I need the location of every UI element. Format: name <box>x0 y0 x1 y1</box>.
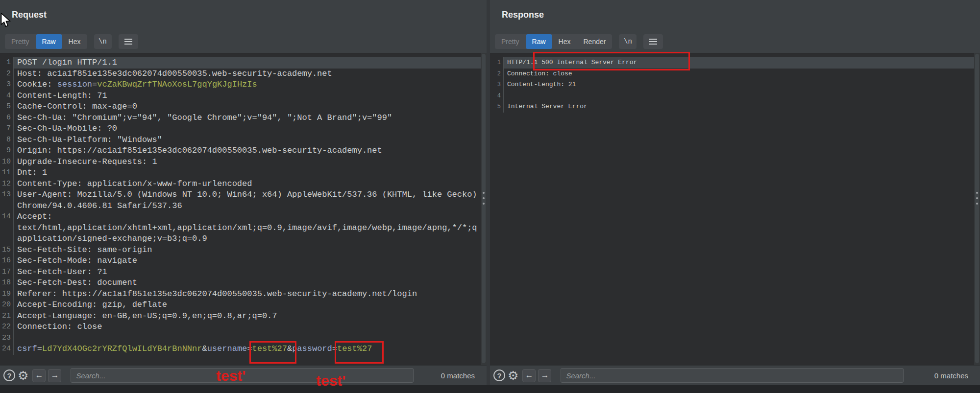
burp-repeater-view: Request PrettyRawHex \n 1POST /login HTT… <box>0 0 980 393</box>
line-number: 9 <box>0 145 13 157</box>
code-line: 8Sec-Ch-Ua-Platform: "Windows" <box>0 135 487 146</box>
code-line: 4 <box>490 91 980 102</box>
annotation-box-500-error <box>533 52 690 70</box>
tab-render[interactable]: Render <box>577 34 612 49</box>
code-line: 13User-Agent: Mozilla/5.0 (Windows NT 10… <box>0 189 487 201</box>
request-view-tabs: PrettyRawHex <box>5 34 87 49</box>
mouse-cursor-icon <box>0 13 11 28</box>
line-number: 16 <box>0 255 13 267</box>
annotation-box-password-payload <box>335 341 384 364</box>
code-line: 22Connection: close <box>0 322 487 333</box>
line-number: 15 <box>0 245 13 256</box>
line-number: 2 <box>0 69 13 80</box>
line-number: 3 <box>0 79 13 91</box>
tab-pretty[interactable]: Pretty <box>5 34 36 49</box>
code-line: Chrome/94.0.4606.81 Safari/537.36 <box>0 201 487 212</box>
request-panel-title: Request <box>12 10 47 20</box>
prev-match-button[interactable]: ← <box>522 369 536 382</box>
code-line: 19Referer: https://ac1a1f851e135e3dc0620… <box>0 289 487 300</box>
line-number: 3 <box>490 79 503 91</box>
code-line: 5Cache-Control: max-age=0 <box>0 101 487 113</box>
window-bottom-strip <box>0 385 980 393</box>
code-line: 16Sec-Fetch-Mode: navigate <box>0 255 487 267</box>
line-number: 18 <box>0 277 13 289</box>
code-line: 15Sec-Fetch-Site: same-origin <box>0 245 487 256</box>
tab-pretty[interactable]: Pretty <box>495 34 526 49</box>
request-menu-button[interactable] <box>119 34 138 49</box>
tab-hex[interactable]: Hex <box>62 34 87 49</box>
line-number: 7 <box>0 123 13 135</box>
tab-hex[interactable]: Hex <box>552 34 577 49</box>
response-menu-button[interactable] <box>643 34 663 49</box>
line-number: 4 <box>490 91 503 102</box>
code-line: 23 <box>0 333 487 344</box>
line-number: 2 <box>490 69 503 80</box>
gear-icon[interactable]: ⚙ <box>18 370 28 382</box>
line-number: 8 <box>0 135 13 146</box>
response-scrollbar[interactable] <box>974 53 980 365</box>
response-view-tabs: PrettyRawHexRender <box>495 34 612 49</box>
response-tabbar: PrettyRawHexRender \n <box>495 34 663 49</box>
request-match-count: 0 matches <box>441 371 475 380</box>
line-number: 6 <box>0 113 13 124</box>
response-search-input[interactable] <box>561 368 904 383</box>
code-line: 24csrf=Ld7YdX4OGc2rYRZfQlwILdYB4rBnNNnr&… <box>0 344 487 355</box>
code-line: 2Host: ac1a1f851e135e3dc062074d00550035.… <box>0 69 487 80</box>
gear-icon[interactable]: ⚙ <box>508 370 518 382</box>
code-line: 11Dnt: 1 <box>0 167 487 179</box>
code-line: 21Accept-Language: en-GB,en-US;q=0.9,en;… <box>0 311 487 322</box>
line-number: 5 <box>0 101 13 113</box>
code-line: 12Content-Type: application/x-www-form-u… <box>0 179 487 190</box>
code-line: 7Sec-Ch-Ua-Mobile: ?0 <box>0 123 487 135</box>
response-editor[interactable]: 1HTTP/1.1 500 Internal Server Error2Conn… <box>490 53 980 365</box>
code-line: 3Cookie: session=vcZaKBwqZrfTNAoXosL7gqY… <box>0 79 487 91</box>
line-number: 13 <box>0 189 13 201</box>
code-line: 4Content-Length: 71 <box>0 91 487 102</box>
line-number: 23 <box>0 333 13 344</box>
scrollbar-thumb[interactable] <box>975 54 979 363</box>
code-line: 17Sec-Fetch-User: ?1 <box>0 267 487 278</box>
code-line: 1POST /login HTTP/1.1 <box>0 57 487 69</box>
request-scrollbar[interactable] <box>481 53 487 365</box>
line-number: 12 <box>0 179 13 190</box>
annotation-label-test1: test' <box>216 369 245 383</box>
line-number: 5 <box>490 101 503 113</box>
tab-raw[interactable]: Raw <box>526 34 552 49</box>
line-number <box>0 233 13 245</box>
menu-icon <box>124 39 132 40</box>
line-number: 11 <box>0 167 13 179</box>
next-match-button[interactable]: → <box>538 369 551 382</box>
help-icon[interactable]: ? <box>3 370 15 381</box>
response-searchbar: ? ⚙ ← → 0 matches <box>490 365 980 385</box>
line-number: 20 <box>0 300 13 311</box>
code-line: 6Sec-Ch-Ua: "Chromium";v="94", "Google C… <box>0 113 487 124</box>
line-number: 22 <box>0 322 13 333</box>
response-newline-button[interactable]: \n <box>619 34 637 49</box>
next-match-button[interactable]: → <box>48 369 61 382</box>
prev-match-button[interactable]: ← <box>32 369 46 382</box>
annotation-box-username-payload <box>249 341 296 364</box>
line-number: 21 <box>0 311 13 322</box>
request-editor[interactable]: 1POST /login HTTP/1.12Host: ac1a1f851e13… <box>0 53 487 365</box>
help-icon[interactable]: ? <box>493 370 505 381</box>
code-line: text/html,application/xhtml+xml,applicat… <box>0 223 487 234</box>
line-number: 17 <box>0 267 13 278</box>
line-number: 1 <box>490 57 503 69</box>
request-tabbar: PrettyRawHex \n <box>5 34 138 49</box>
line-number <box>0 223 13 234</box>
code-line: 3Content-Length: 21 <box>490 79 980 91</box>
line-number: 24 <box>0 344 13 355</box>
scrollbar-thumb[interactable] <box>482 54 486 363</box>
line-number: 10 <box>0 157 13 168</box>
code-line: 18Sec-Fetch-Dest: document <box>0 277 487 289</box>
code-line: 20Accept-Encoding: gzip, deflate <box>0 300 487 311</box>
code-line: 14Accept: <box>0 211 487 223</box>
scrollbar-grip-icon <box>976 192 978 205</box>
tab-raw[interactable]: Raw <box>36 34 62 49</box>
annotation-label-test2: test' <box>316 373 345 388</box>
code-line: 5Internal Server Error <box>490 101 980 113</box>
line-number: 1 <box>0 57 13 69</box>
response-panel-title: Response <box>502 10 544 20</box>
line-number: 19 <box>0 289 13 300</box>
request-newline-button[interactable]: \n <box>94 34 112 49</box>
